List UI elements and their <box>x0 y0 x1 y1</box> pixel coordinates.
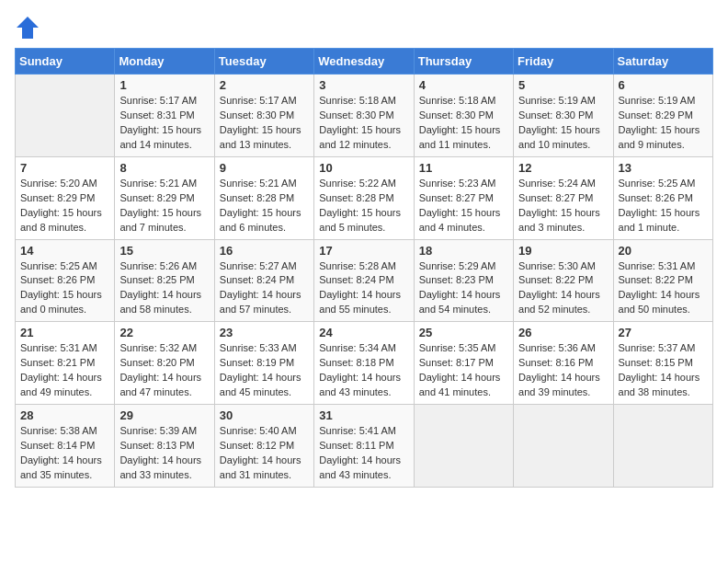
calendar-cell: 31Sunrise: 5:41 AM Sunset: 8:11 PM Dayli… <box>314 405 414 488</box>
day-info: Sunrise: 5:17 AM Sunset: 8:30 PM Dayligh… <box>220 94 309 153</box>
day-info: Sunrise: 5:21 AM Sunset: 8:29 PM Dayligh… <box>119 177 209 236</box>
day-number: 4 <box>419 78 508 92</box>
day-number: 27 <box>619 326 708 339</box>
day-number: 17 <box>319 244 408 258</box>
weekday-sunday: Sunday <box>16 49 115 75</box>
calendar-cell: 14Sunrise: 5:25 AM Sunset: 8:26 PM Dayli… <box>16 239 115 322</box>
weekday-monday: Monday <box>115 49 214 75</box>
weekday-wednesday: Wednesday <box>314 49 414 75</box>
calendar-cell <box>414 405 513 488</box>
day-info: Sunrise: 5:18 AM Sunset: 8:30 PM Dayligh… <box>419 94 508 153</box>
day-number: 22 <box>119 326 209 339</box>
weekday-thursday: Thursday <box>414 49 513 75</box>
day-info: Sunrise: 5:36 AM Sunset: 8:16 PM Dayligh… <box>518 341 608 400</box>
day-number: 9 <box>220 161 309 175</box>
weekday-friday: Friday <box>514 49 613 75</box>
calendar-cell: 15Sunrise: 5:26 AM Sunset: 8:25 PM Dayli… <box>115 239 214 322</box>
day-info: Sunrise: 5:33 AM Sunset: 8:19 PM Dayligh… <box>220 341 309 400</box>
calendar-cell: 16Sunrise: 5:27 AM Sunset: 8:24 PM Dayli… <box>214 239 313 322</box>
day-number: 18 <box>419 244 508 258</box>
calendar-cell: 2Sunrise: 5:17 AM Sunset: 8:30 PM Daylig… <box>214 75 313 157</box>
day-number: 24 <box>319 326 408 339</box>
day-number: 21 <box>20 326 109 339</box>
day-number: 12 <box>518 161 608 175</box>
calendar-cell: 27Sunrise: 5:37 AM Sunset: 8:15 PM Dayli… <box>613 322 712 405</box>
calendar-cell: 21Sunrise: 5:31 AM Sunset: 8:21 PM Dayli… <box>16 322 115 405</box>
day-info: Sunrise: 5:25 AM Sunset: 8:26 PM Dayligh… <box>20 259 109 318</box>
calendar-week-5: 28Sunrise: 5:38 AM Sunset: 8:14 PM Dayli… <box>16 405 713 488</box>
logo <box>15 15 44 40</box>
day-info: Sunrise: 5:28 AM Sunset: 8:24 PM Dayligh… <box>319 259 408 318</box>
calendar-cell: 19Sunrise: 5:30 AM Sunset: 8:22 PM Dayli… <box>514 239 613 322</box>
day-info: Sunrise: 5:31 AM Sunset: 8:21 PM Dayligh… <box>20 341 109 400</box>
weekday-header-row: SundayMondayTuesdayWednesdayThursdayFrid… <box>16 49 713 75</box>
calendar: SundayMondayTuesdayWednesdayThursdayFrid… <box>15 48 713 488</box>
day-info: Sunrise: 5:40 AM Sunset: 8:12 PM Dayligh… <box>220 424 309 483</box>
day-number: 1 <box>119 78 209 92</box>
calendar-cell: 23Sunrise: 5:33 AM Sunset: 8:19 PM Dayli… <box>214 322 313 405</box>
day-number: 10 <box>319 161 408 175</box>
day-number: 28 <box>20 408 109 422</box>
day-info: Sunrise: 5:22 AM Sunset: 8:28 PM Dayligh… <box>319 177 408 236</box>
day-info: Sunrise: 5:20 AM Sunset: 8:29 PM Dayligh… <box>20 177 109 236</box>
day-number: 6 <box>619 78 708 92</box>
calendar-cell: 17Sunrise: 5:28 AM Sunset: 8:24 PM Dayli… <box>314 239 414 322</box>
day-number: 26 <box>518 326 608 339</box>
day-info: Sunrise: 5:30 AM Sunset: 8:22 PM Dayligh… <box>518 259 608 318</box>
day-info: Sunrise: 5:37 AM Sunset: 8:15 PM Dayligh… <box>619 341 708 400</box>
day-info: Sunrise: 5:32 AM Sunset: 8:20 PM Dayligh… <box>119 341 209 400</box>
svg-marker-0 <box>17 17 39 39</box>
logo-icon <box>15 15 40 40</box>
day-number: 19 <box>518 244 608 258</box>
weekday-tuesday: Tuesday <box>214 49 313 75</box>
day-info: Sunrise: 5:41 AM Sunset: 8:11 PM Dayligh… <box>319 424 408 483</box>
day-number: 2 <box>220 78 309 92</box>
day-number: 25 <box>419 326 508 339</box>
day-number: 20 <box>619 244 708 258</box>
calendar-cell: 6Sunrise: 5:19 AM Sunset: 8:29 PM Daylig… <box>613 75 712 157</box>
calendar-cell: 28Sunrise: 5:38 AM Sunset: 8:14 PM Dayli… <box>16 405 115 488</box>
calendar-week-3: 14Sunrise: 5:25 AM Sunset: 8:26 PM Dayli… <box>16 239 713 322</box>
day-info: Sunrise: 5:31 AM Sunset: 8:22 PM Dayligh… <box>619 259 708 318</box>
calendar-cell: 20Sunrise: 5:31 AM Sunset: 8:22 PM Dayli… <box>613 239 712 322</box>
calendar-cell: 1Sunrise: 5:17 AM Sunset: 8:31 PM Daylig… <box>115 75 214 157</box>
day-number: 13 <box>619 161 708 175</box>
calendar-cell: 22Sunrise: 5:32 AM Sunset: 8:20 PM Dayli… <box>115 322 214 405</box>
day-number: 8 <box>119 161 209 175</box>
calendar-cell: 5Sunrise: 5:19 AM Sunset: 8:30 PM Daylig… <box>514 75 613 157</box>
calendar-cell: 11Sunrise: 5:23 AM Sunset: 8:27 PM Dayli… <box>414 156 513 239</box>
day-info: Sunrise: 5:19 AM Sunset: 8:30 PM Dayligh… <box>518 94 608 153</box>
calendar-cell: 18Sunrise: 5:29 AM Sunset: 8:23 PM Dayli… <box>414 239 513 322</box>
calendar-cell: 25Sunrise: 5:35 AM Sunset: 8:17 PM Dayli… <box>414 322 513 405</box>
calendar-cell <box>514 405 613 488</box>
day-number: 15 <box>119 244 209 258</box>
day-number: 14 <box>20 244 109 258</box>
calendar-week-4: 21Sunrise: 5:31 AM Sunset: 8:21 PM Dayli… <box>16 322 713 405</box>
calendar-cell: 12Sunrise: 5:24 AM Sunset: 8:27 PM Dayli… <box>514 156 613 239</box>
day-info: Sunrise: 5:19 AM Sunset: 8:29 PM Dayligh… <box>619 94 708 153</box>
calendar-cell: 4Sunrise: 5:18 AM Sunset: 8:30 PM Daylig… <box>414 75 513 157</box>
weekday-saturday: Saturday <box>613 49 712 75</box>
day-info: Sunrise: 5:39 AM Sunset: 8:13 PM Dayligh… <box>119 424 209 483</box>
calendar-body: 1Sunrise: 5:17 AM Sunset: 8:31 PM Daylig… <box>16 75 713 488</box>
calendar-cell <box>16 75 115 157</box>
day-number: 5 <box>518 78 608 92</box>
day-number: 7 <box>20 161 109 175</box>
day-number: 31 <box>319 408 408 422</box>
calendar-cell: 3Sunrise: 5:18 AM Sunset: 8:30 PM Daylig… <box>314 75 414 157</box>
day-info: Sunrise: 5:23 AM Sunset: 8:27 PM Dayligh… <box>419 177 508 236</box>
calendar-cell: 9Sunrise: 5:21 AM Sunset: 8:28 PM Daylig… <box>214 156 313 239</box>
calendar-cell <box>613 405 712 488</box>
page-header <box>15 15 713 40</box>
calendar-header: SundayMondayTuesdayWednesdayThursdayFrid… <box>16 49 713 75</box>
calendar-cell: 10Sunrise: 5:22 AM Sunset: 8:28 PM Dayli… <box>314 156 414 239</box>
day-info: Sunrise: 5:24 AM Sunset: 8:27 PM Dayligh… <box>518 177 608 236</box>
calendar-cell: 8Sunrise: 5:21 AM Sunset: 8:29 PM Daylig… <box>115 156 214 239</box>
day-info: Sunrise: 5:18 AM Sunset: 8:30 PM Dayligh… <box>319 94 408 153</box>
calendar-cell: 13Sunrise: 5:25 AM Sunset: 8:26 PM Dayli… <box>613 156 712 239</box>
day-number: 3 <box>319 78 408 92</box>
day-info: Sunrise: 5:34 AM Sunset: 8:18 PM Dayligh… <box>319 341 408 400</box>
calendar-week-1: 1Sunrise: 5:17 AM Sunset: 8:31 PM Daylig… <box>16 75 713 157</box>
day-info: Sunrise: 5:25 AM Sunset: 8:26 PM Dayligh… <box>619 177 708 236</box>
calendar-cell: 26Sunrise: 5:36 AM Sunset: 8:16 PM Dayli… <box>514 322 613 405</box>
